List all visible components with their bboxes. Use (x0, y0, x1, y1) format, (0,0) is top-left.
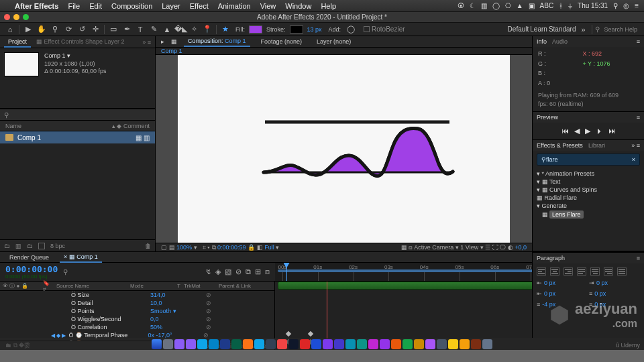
menu-file[interactable]: File (68, 2, 80, 10)
project-item-comp1[interactable]: Comp 1 ▦ ▥ (0, 131, 155, 143)
stroke-swatch[interactable] (290, 25, 303, 34)
rotobezier-check[interactable]: RotoBezier (364, 25, 405, 33)
align-center-icon[interactable] (550, 267, 559, 276)
tab-info[interactable]: Info (537, 38, 547, 45)
first-frame-icon[interactable]: ⏮ (561, 127, 569, 135)
app-name[interactable]: After Effects (15, 2, 58, 10)
workspace-default[interactable]: Default (508, 25, 529, 33)
stamp-tool[interactable]: ▲ (161, 24, 173, 35)
brush-tool[interactable]: ✎ (148, 24, 160, 35)
justify-all-icon[interactable] (617, 267, 627, 276)
workspace-more-icon[interactable]: » (577, 24, 589, 35)
cc-icon[interactable]: ☾ (470, 2, 476, 9)
effects-tree[interactable]: ▾ * Animation Presets ▾ ▦ Text ▾ ▦ Curve… (533, 168, 644, 223)
prop-row[interactable]: Ö Size314,0⊘ (0, 291, 274, 299)
prop-row[interactable]: Ö Wiggles/Second0,0⊘ (0, 315, 274, 323)
selection-tool[interactable]: ▶ (22, 24, 34, 35)
menu-view[interactable]: View (260, 2, 276, 10)
menu-help[interactable]: Help (321, 2, 336, 10)
res-dropdown[interactable]: ⌗ ▾ ⧉ 0:00:00:59 🔒 ◧ Full ▾ (203, 244, 280, 251)
search-help-icon[interactable]: ⚲ (595, 25, 600, 33)
close-icon[interactable] (4, 14, 10, 20)
fill-swatch[interactable] (249, 25, 262, 34)
color-depth[interactable] (38, 243, 45, 249)
interpret-icon[interactable]: 🗀 (4, 243, 10, 249)
stroke-width[interactable]: 13 px (305, 26, 325, 33)
indent-right[interactable]: ⇤ 0 px (537, 290, 585, 297)
effect-lens-flare[interactable]: Lens Flare (549, 210, 584, 219)
comp-canvas[interactable] (178, 55, 510, 243)
justify-left-icon[interactable] (577, 267, 586, 276)
prop-row[interactable]: Ö Detail10,0⊘ (0, 299, 274, 307)
draft3d-icon[interactable]: ◈ (215, 267, 221, 276)
add-vertex-icon[interactable]: ◯ (345, 24, 357, 35)
current-timecode[interactable]: 0:00:00:00 (5, 265, 58, 274)
frameblend-icon[interactable]: ▧ (225, 267, 231, 276)
workspace-standard[interactable]: Standard (549, 25, 576, 33)
prop-row[interactable]: Ö Correlation50%⊘ (0, 323, 274, 331)
hex-icon[interactable]: ⎔ (505, 2, 511, 9)
hand-tool[interactable]: ✋ (36, 24, 48, 35)
tab-timeline-comp1[interactable]: × ▦ Comp 1 (60, 252, 102, 263)
user-icon[interactable]: ▲ (517, 2, 523, 9)
comp-viewer[interactable] (156, 55, 532, 243)
project-search[interactable]: ⚲ (0, 109, 155, 121)
menu-composition[interactable]: Composition (111, 2, 152, 10)
new-folder-icon[interactable]: 🗀 (27, 243, 33, 249)
mag-dropdown[interactable]: ▢ ▤ 100% ▾ (161, 244, 197, 251)
shy-icon[interactable]: ↯ (205, 267, 211, 276)
viewer-lock-icon[interactable]: ▸ (161, 38, 164, 45)
tab-composition[interactable]: Composition: Comp 1 (184, 36, 250, 47)
view-options[interactable]: ▦ ⧈ Active Camera ▾ 1 View ▾ ☰ ⛶ 🖵 ◐ +0,… (401, 244, 527, 251)
box-icon[interactable]: ▣ (529, 2, 535, 9)
first-line-indent[interactable]: ⇥ 0 px (589, 280, 637, 286)
viewer-grid-icon[interactable]: ▦ (171, 38, 177, 45)
brainstorm-icon[interactable]: ⊞ (255, 267, 261, 276)
play-icon[interactable]: ▶ (585, 127, 590, 135)
wifi-icon[interactable]: ⏚ (568, 2, 572, 9)
effects-search[interactable]: ⚲ flare× (537, 154, 640, 166)
clock[interactable]: Thu 15:31 (578, 2, 608, 9)
cloud-icon[interactable]: ▥ (481, 2, 487, 9)
tab-audio[interactable]: Audio (552, 38, 568, 45)
comp-thumbnail[interactable] (4, 52, 39, 76)
type-tool[interactable]: T (134, 24, 146, 35)
graph-icon[interactable]: ⧉ (246, 267, 251, 276)
justify-right-icon[interactable] (604, 267, 613, 276)
macos-dock[interactable] (0, 338, 644, 350)
tab-render-queue[interactable]: Render Queue (5, 253, 53, 262)
menu-animation[interactable]: Animation (218, 2, 251, 10)
expr-icon[interactable]: ⧈ (265, 267, 270, 276)
menu-window[interactable]: Window (285, 2, 311, 10)
circle-icon[interactable]: ◯ (492, 2, 500, 9)
indent-left[interactable]: ⇤ 0 px (537, 280, 585, 286)
home-tool[interactable]: ⌂ (4, 24, 16, 35)
next-frame-icon[interactable]: ⏵ (596, 127, 603, 135)
menu-effect[interactable]: Effect (190, 2, 209, 10)
tab-project[interactable]: Project (4, 37, 31, 48)
new-comp-icon[interactable]: ▥ (15, 243, 21, 249)
tab-preview[interactable]: Preview (537, 114, 558, 121)
siri-icon[interactable]: ◎ (623, 2, 629, 9)
menu-layer[interactable]: Layer (162, 2, 180, 10)
space-before[interactable]: ≡ 0 px (589, 290, 637, 297)
eraser-tool[interactable]: �◣ (174, 24, 186, 35)
space-after[interactable]: ≡ 0 px (589, 301, 637, 308)
tab-paragraph[interactable]: Paragraph (537, 255, 565, 261)
moblur-icon[interactable]: ⊘ (235, 267, 241, 276)
bt-icon[interactable]: ᚼ (559, 2, 563, 9)
abc-icon[interactable]: ABC (540, 2, 554, 9)
anchor-tool[interactable]: ✛ (89, 24, 101, 35)
roto-tool[interactable]: ✧ (188, 24, 200, 35)
workspace-learn[interactable]: Learn (530, 25, 547, 33)
last-frame-icon[interactable]: ⏭ (608, 127, 616, 135)
align-right-icon[interactable] (564, 267, 573, 276)
trash-icon[interactable]: 🗑 (145, 243, 151, 249)
orbit-tool[interactable]: ⟳ (62, 24, 74, 35)
rotate-tool[interactable]: ↺ (76, 24, 88, 35)
tab-footage[interactable]: Footage (none) (257, 37, 307, 46)
zoom-tool[interactable]: ⚲ (49, 24, 61, 35)
prop-row[interactable]: Ö PointsSmooth ▾⊘ (0, 307, 274, 315)
align-left-icon[interactable] (537, 267, 546, 276)
zoom-icon[interactable] (23, 14, 29, 20)
